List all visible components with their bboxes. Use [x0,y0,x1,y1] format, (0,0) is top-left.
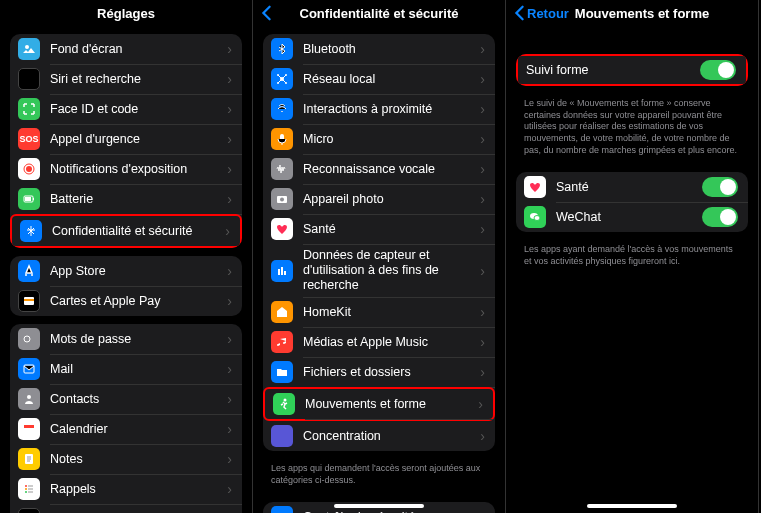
toggle-switch[interactable] [702,177,738,197]
reminders-icon [18,478,40,500]
svg-point-13 [27,395,31,399]
row-label: Cartes et Apple Pay [50,294,221,309]
settings-row[interactable]: Dictaphone› [10,504,242,513]
privacy-icon [20,220,42,242]
settings-row[interactable]: Mots de passe› [10,324,242,354]
chevron-right-icon: › [227,41,232,57]
settings-row[interactable]: Contacts› [10,384,242,414]
chevron-right-icon: › [480,101,485,117]
chevron-right-icon: › [227,361,232,377]
chevron-right-icon: › [227,331,232,347]
row-label: Contacts [50,392,221,407]
settings-row[interactable]: Interactions à proximité› [263,94,495,124]
svg-point-4 [26,166,32,172]
settings-row[interactable]: Santé [516,172,748,202]
settings-row[interactable]: Mail› [10,354,242,384]
focus-icon [271,425,293,447]
settings-row[interactable]: Confidentialité et sécurité› [10,214,242,248]
row-label: Appel d'urgence [50,132,221,147]
row-label: Reconnaissance vocale [303,162,474,177]
settings-row[interactable]: Face ID et code› [10,94,242,124]
home-indicator[interactable] [587,504,677,508]
settings-row[interactable]: HomeKit› [263,297,495,327]
media-icon [271,331,293,353]
settings-row[interactable]: SOSAppel d'urgence› [10,124,242,154]
row-label: Notifications d'exposition [50,162,221,177]
siri-icon [18,68,40,90]
passwords-icon [18,328,40,350]
group-footer: Les apps qui demandent l'accès seront aj… [253,459,505,494]
settings-row[interactable]: Appareil photo› [263,184,495,214]
settings-row[interactable]: Reconnaissance vocale› [263,154,495,184]
settings-row[interactable]: Rappels› [10,474,242,504]
chevron-right-icon: › [480,221,485,237]
row-label: Suivi forme [526,63,700,78]
settings-row[interactable]: Siri et recherche› [10,64,242,94]
settings-row[interactable]: Réseau local› [263,64,495,94]
settings-row[interactable]: Fond d'écran› [10,34,242,64]
speech-icon [271,158,293,180]
settings-row[interactable]: Médias et Apple Music› [263,327,495,357]
files-icon [271,361,293,383]
svg-rect-10 [24,299,34,301]
header: Réglages [0,0,252,26]
page-title: Réglages [97,6,155,21]
settings-row[interactable]: App Store› [10,256,242,286]
row-label: Fond d'écran [50,42,221,57]
calendar-icon [18,418,40,440]
back-button[interactable]: Retour [514,5,569,21]
safety-icon [271,506,293,513]
settings-row[interactable]: Micro› [263,124,495,154]
row-label: Siri et recherche [50,72,221,87]
settings-row[interactable]: Concentration› [263,421,495,451]
row-label: Mouvements et forme [305,397,472,412]
settings-row[interactable]: Mouvements et forme› [263,387,495,421]
page-title: Confidentialité et sécurité [300,6,459,21]
row-label: Confidentialité et sécurité [52,224,219,239]
row-label: Réseau local [303,72,474,87]
wallpaper-icon [18,38,40,60]
appstore-icon [18,260,40,282]
toggle-switch[interactable] [700,60,736,80]
health-icon [271,218,293,240]
header: Confidentialité et sécurité [253,0,505,26]
chevron-right-icon: › [478,396,483,412]
chevron-right-icon: › [227,161,232,177]
settings-row[interactable]: Notifications d'exposition› [10,154,242,184]
svg-point-11 [24,336,30,342]
svg-point-34 [534,216,540,221]
settings-row[interactable]: Notes› [10,444,242,474]
settings-group: Bluetooth›Réseau local›Interactions à pr… [263,34,495,451]
settings-row[interactable]: Fichiers et dossiers› [263,357,495,387]
svg-rect-7 [33,198,34,200]
wallet-icon [18,290,40,312]
settings-row[interactable]: Calendrier› [10,414,242,444]
toggle-switch[interactable] [702,207,738,227]
mail-icon [18,358,40,380]
chevron-right-icon: › [480,71,485,87]
settings-group: Mots de passe›Mail›Contacts›Calendrier›N… [10,324,242,513]
settings-row[interactable]: Données de capteur et d'utilisation à de… [263,244,495,297]
back-button[interactable] [261,5,274,21]
wechat-icon [524,206,546,228]
battery-icon [18,188,40,210]
settings-row[interactable]: Batterie› [10,184,242,214]
home-indicator[interactable] [334,504,424,508]
chevron-right-icon: › [480,364,485,380]
settings-row[interactable]: Cartes et Apple Pay› [10,286,242,316]
homekit-icon [271,301,293,323]
chevron-right-icon: › [227,481,232,497]
row-label: Mots de passe [50,332,221,347]
svg-rect-30 [284,271,286,275]
settings-row[interactable]: Suivi forme [516,54,748,86]
row-label: Mail [50,362,221,377]
sos-icon: SOS [18,128,40,150]
settings-row[interactable]: Bluetooth› [263,34,495,64]
settings-row[interactable]: Santé› [263,214,495,244]
notes-icon [18,448,40,470]
svg-point-27 [280,198,284,202]
settings-row[interactable]: WeChat [516,202,748,232]
chevron-right-icon: › [227,421,232,437]
chevron-right-icon: › [227,191,232,207]
chevron-right-icon: › [227,293,232,309]
